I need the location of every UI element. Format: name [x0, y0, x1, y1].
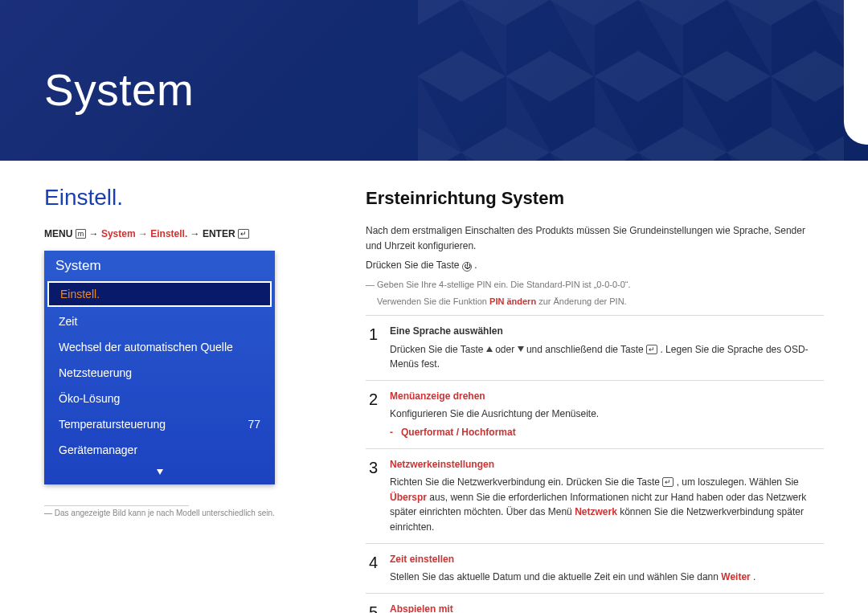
step2-head: Menüanzeige drehen — [390, 389, 824, 404]
bc-enter: ENTER — [203, 228, 235, 239]
footnote: ― Das angezeigte Bild kann je nach Model… — [44, 509, 321, 517]
step1-body: Drücken Sie die Taste oder und anschließ… — [390, 342, 824, 372]
osd-row-netzsteuerung[interactable]: Netzsteuerung — [46, 360, 273, 386]
step-2: Menüanzeige drehen Konfigurieren Sie die… — [366, 380, 824, 448]
up-icon — [486, 346, 493, 352]
step2-sub: - Querformat / Hochformat — [390, 425, 824, 440]
step4-head: Zeit einstellen — [390, 552, 824, 567]
footnote-rule — [44, 505, 189, 506]
hero-banner: System — [0, 0, 868, 161]
intro-1: Nach dem erstmaligen Einschalten des Pro… — [366, 223, 824, 253]
chevron-down-icon — [157, 469, 163, 475]
right-column: Ersteinrichtung System Nach dem erstmali… — [366, 185, 824, 613]
osd-row-zeit[interactable]: Zeit — [46, 309, 273, 334]
osd-row-quelle[interactable]: Wechsel der automatischen Quelle — [46, 334, 273, 360]
enter-icon: ↵ — [238, 229, 249, 239]
step2-body: Konfigurieren Sie die Ausrichtung der Me… — [390, 407, 824, 422]
menu-icon: m — [76, 229, 87, 239]
section-title: Einstell. — [44, 185, 321, 210]
down-icon — [518, 346, 524, 352]
bc-path: System → Einstell. — [101, 228, 187, 239]
cube-pattern — [418, 0, 844, 161]
breadcrumb: MENU m → System → Einstell. → ENTER ↵ — [44, 228, 321, 239]
right-title: Ersteinrichtung System — [366, 185, 824, 212]
pin-note-2: Verwenden Sie die Funktion PIN ändern zu… — [366, 295, 824, 309]
enter-icon: ↵ — [662, 477, 674, 487]
step-5: Abspielen mit Wählen Sie den für die Bet… — [366, 593, 824, 613]
step-4: Zeit einstellen Stellen Sie das aktuelle… — [366, 543, 824, 593]
osd-menu: System Einstell. Zeit Wechsel der automa… — [44, 251, 275, 484]
step3-body: Richten Sie die Netzwerkverbindung ein. … — [390, 475, 824, 534]
osd-row-oeko[interactable]: Öko-Lösung — [46, 386, 273, 411]
osd-row-einstell[interactable]: Einstell. — [47, 281, 272, 307]
step1-head: Eine Sprache auswählen — [390, 324, 824, 339]
page-title: System — [44, 64, 194, 116]
enter-icon: ↵ — [646, 345, 657, 354]
osd-scroll-down[interactable] — [46, 463, 273, 484]
power-icon: ⏻ — [462, 262, 472, 272]
steps-list: Eine Sprache auswählen Drücken Sie die T… — [366, 315, 824, 613]
pin-note-1: ― Geben Sie Ihre 4-stellige PIN ein. Die… — [366, 278, 824, 292]
bc-menu: MENU — [44, 228, 72, 239]
osd-row-temperatur[interactable]: Temperatursteuerung 77 — [46, 411, 273, 437]
step-3: Netzwerkeinstellungen Richten Sie die Ne… — [366, 448, 824, 543]
step3-head: Netzwerkeinstellungen — [390, 457, 824, 472]
osd-title: System — [46, 252, 273, 281]
step-1: Eine Sprache auswählen Drücken Sie die T… — [366, 315, 824, 380]
left-column: Einstell. MENU m → System → Einstell. → … — [44, 185, 321, 613]
osd-row-geraetemanager[interactable]: Gerätemanager — [46, 437, 273, 463]
corner-cut — [844, 0, 868, 145]
intro-2: Drücken Sie die Taste ⏻ . — [366, 258, 824, 273]
step5-head: Abspielen mit — [390, 602, 824, 613]
step4-body: Stellen Sie das aktuelle Datum und die a… — [390, 570, 824, 585]
